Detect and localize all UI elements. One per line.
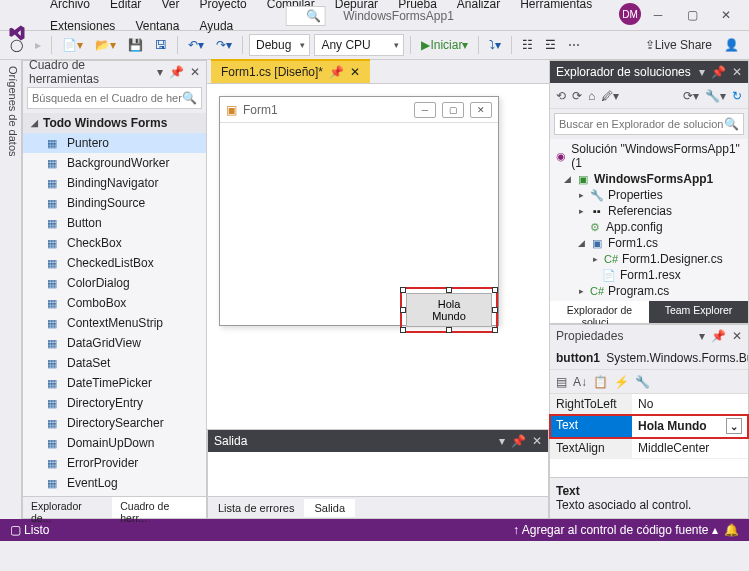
properties-object[interactable]: button1 System.Windows.Forms.But	[550, 347, 748, 370]
more-button[interactable]: ⋯	[564, 36, 584, 54]
toolbox-item-button[interactable]: ▦Button	[23, 213, 206, 233]
solution-search-input[interactable]	[559, 118, 724, 130]
close-icon[interactable]: ✕	[350, 65, 360, 79]
events-icon[interactable]: ⚡	[614, 375, 629, 389]
pin-icon[interactable]: 📌	[711, 65, 726, 79]
close-button[interactable]: ✕	[709, 3, 743, 27]
toolbox-item-backgroundworker[interactable]: ▦BackgroundWorker	[23, 153, 206, 173]
tool-icon[interactable]: 🔧▾	[705, 89, 726, 103]
property-row-righttoleft[interactable]: RightToLeftNo	[550, 394, 748, 415]
solution-tree[interactable]: ◉Solución "WindowsFormsApp1" (1 ◢▣Window…	[550, 139, 748, 301]
layout-button[interactable]: ☲	[541, 36, 560, 54]
tree-designer[interactable]: Form1.Designer.cs	[622, 252, 723, 266]
tree-program[interactable]: Program.cs	[608, 284, 669, 298]
redo-button[interactable]: ↷▾	[212, 36, 236, 54]
designer-button[interactable]: Hola Mundo	[406, 293, 492, 327]
tab-output[interactable]: Salida	[304, 499, 355, 517]
save-button[interactable]: 💾	[124, 36, 147, 54]
feedback-button[interactable]: 👤	[720, 36, 743, 54]
tab-team-explorer[interactable]: Team Explorer	[649, 301, 748, 323]
dropdown-icon[interactable]: ▾	[699, 329, 705, 343]
notifications-icon[interactable]: 🔔	[724, 523, 739, 537]
toolbox-item-domainupdown[interactable]: ▦DomainUpDown	[23, 433, 206, 453]
home-icon[interactable]: ⟳	[572, 89, 582, 103]
pin-icon[interactable]: 📌	[711, 329, 726, 343]
quick-launch-search[interactable]: 🔍	[285, 6, 325, 26]
menu-ayuda[interactable]: Ayuda	[189, 15, 243, 37]
dropdown-icon[interactable]: ▾	[699, 65, 705, 79]
dropdown-icon[interactable]: ▾	[157, 65, 163, 79]
maximize-button[interactable]: ▢	[675, 3, 709, 27]
config-combo[interactable]: Debug	[249, 34, 310, 56]
toolbox-item-datetimepicker[interactable]: ▦DateTimePicker	[23, 373, 206, 393]
property-row-text[interactable]: TextHola Mundo	[550, 415, 748, 438]
solution-search[interactable]: 🔍	[554, 113, 744, 135]
tree-properties[interactable]: Properties	[608, 188, 663, 202]
step-button[interactable]: ⤵▾	[485, 36, 505, 54]
tab-error-list[interactable]: Lista de errores	[208, 499, 304, 517]
save-all-button[interactable]: 🖫	[151, 36, 171, 54]
tab-toolbox[interactable]: Cuadro de herr...	[112, 497, 206, 518]
tab-server-explorer[interactable]: Explorador de...	[23, 497, 112, 518]
tab-solution-explorer[interactable]: Explorador de soluci...	[550, 301, 649, 323]
close-icon[interactable]: ✕	[732, 65, 742, 79]
minimize-button[interactable]: ─	[641, 3, 675, 27]
property-value[interactable]: Hola Mundo	[632, 415, 748, 437]
menu-proyecto[interactable]: Proyecto	[189, 0, 256, 15]
tree-references[interactable]: Referencias	[608, 204, 672, 218]
property-row-textalign[interactable]: TextAlignMiddleCenter	[550, 438, 748, 459]
toolbox-item-datagridview[interactable]: ▦DataGridView	[23, 333, 206, 353]
close-icon[interactable]: ✕	[732, 329, 742, 343]
property-value[interactable]: No	[632, 394, 748, 414]
property-value[interactable]: MiddleCenter	[632, 438, 748, 458]
form-preview[interactable]: ▣ Form1 ─ ▢ ✕ Hola Mundo	[219, 96, 499, 326]
start-button[interactable]: ▶ Iniciar ▾	[417, 36, 472, 54]
pin-icon[interactable]: 📌	[511, 434, 526, 448]
align-button[interactable]: ☷	[518, 36, 537, 54]
toolbox-item-puntero[interactable]: ▦Puntero	[23, 133, 206, 153]
toolbox-search-input[interactable]	[32, 92, 182, 104]
toolbox-item-colordialog[interactable]: ▦ColorDialog	[23, 273, 206, 293]
tree-resx[interactable]: Form1.resx	[620, 268, 681, 282]
toolbox-item-bindingnavigator[interactable]: ▦BindingNavigator	[23, 173, 206, 193]
source-control-button[interactable]: ↑ Agregar al control de código fuente ▴	[513, 523, 718, 537]
selection-outline[interactable]: Hola Mundo	[400, 287, 498, 333]
toolbox-item-directoryentry[interactable]: ▦DirectoryEntry	[23, 393, 206, 413]
toolbox-item-dataset[interactable]: ▦DataSet	[23, 353, 206, 373]
toolbox-item-directorysearcher[interactable]: ▦DirectorySearcher	[23, 413, 206, 433]
toolbox-search[interactable]: 🔍	[27, 87, 202, 109]
open-button[interactable]: 📂▾	[91, 36, 120, 54]
props-icon[interactable]: 📋	[593, 375, 608, 389]
alpha-icon[interactable]: A↓	[573, 375, 587, 389]
toolbox-item-checkbox[interactable]: ▦CheckBox	[23, 233, 206, 253]
toolbox-item-contextmenustrip[interactable]: ▦ContextMenuStrip	[23, 313, 206, 333]
navigate-fwd-button[interactable]: ▸	[31, 36, 45, 54]
tool-icon[interactable]: 🖉▾	[601, 89, 619, 103]
close-icon[interactable]: ✕	[190, 65, 200, 79]
project-label[interactable]: WindowsFormsApp1	[594, 172, 713, 186]
toolbox-group-header[interactable]: ◢Todo Windows Forms	[23, 113, 206, 133]
home-icon[interactable]: ⟲	[556, 89, 566, 103]
close-icon[interactable]: ✕	[532, 434, 542, 448]
platform-combo[interactable]: Any CPU	[314, 34, 404, 56]
form-designer[interactable]: ▣ Form1 ─ ▢ ✕ Hola Mundo	[207, 84, 549, 429]
undo-button[interactable]: ↶▾	[184, 36, 208, 54]
menu-ver[interactable]: Ver	[151, 0, 189, 15]
document-tab[interactable]: Form1.cs [Diseño]* 📌 ✕	[211, 59, 370, 83]
tree-appconfig[interactable]: App.config	[606, 220, 663, 234]
liveshare-button[interactable]: ⇪ Live Share	[641, 36, 716, 54]
wrench-icon[interactable]: 🔧	[635, 375, 650, 389]
tree-form[interactable]: Form1.cs	[608, 236, 658, 250]
pin-icon[interactable]: 📌	[329, 65, 344, 79]
new-project-button[interactable]: 📄▾	[58, 36, 87, 54]
menu-extensiones[interactable]: Extensiones	[40, 15, 125, 37]
pin-icon[interactable]: 📌	[169, 65, 184, 79]
categorized-icon[interactable]: ▤	[556, 375, 567, 389]
dropdown-icon[interactable]: ▾	[499, 434, 505, 448]
toolbox-item-errorprovider[interactable]: ▦ErrorProvider	[23, 453, 206, 473]
menu-editar[interactable]: Editar	[100, 0, 151, 15]
toolbox-item-bindingsource[interactable]: ▦BindingSource	[23, 193, 206, 213]
user-avatar[interactable]: DM	[619, 3, 641, 25]
sync-icon[interactable]: ⟳▾	[683, 89, 699, 103]
side-tab-datasources[interactable]: Orígenes de datos	[0, 60, 22, 519]
